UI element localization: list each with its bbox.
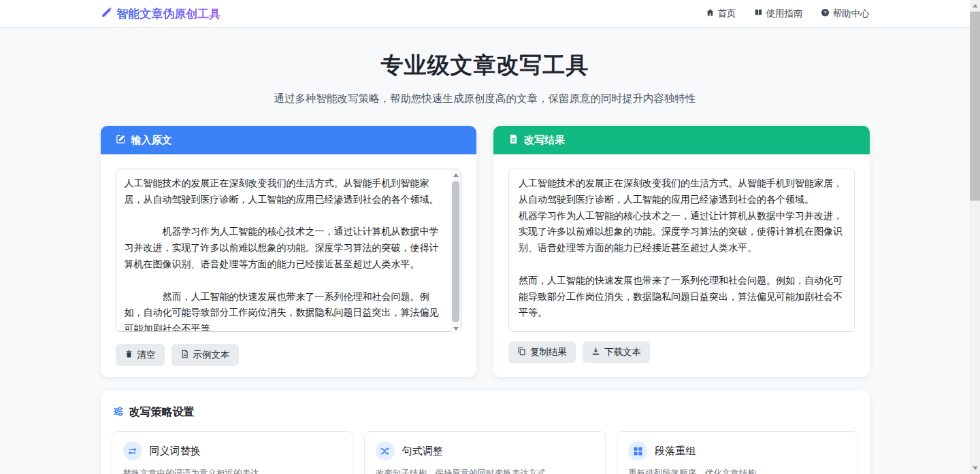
copy-icon	[517, 347, 526, 358]
strategy-card-paragraph: 段落重组 重新排列段落顺序，优化文章结构 方式: 随机	[617, 431, 858, 474]
grid-icon	[628, 441, 647, 460]
page-scrollbar-thumb[interactable]	[970, 12, 980, 201]
app-logo[interactable]: 智能文章伪原创工具	[101, 6, 221, 22]
page-scroll-down-arrow[interactable]	[970, 462, 980, 474]
strategy-description: 重新排列段落顺序，优化文章结构	[628, 468, 847, 474]
magic-wand-icon	[101, 7, 112, 21]
settings-title-row: 改写策略设置	[112, 405, 859, 420]
strategy-card-sentence: 句式调整 改变句子结构，保持原意的同时变换表达方式 强度:	[364, 431, 606, 474]
nav-item-home[interactable]: 首页	[706, 7, 736, 20]
download-text-button-label: 下载文本	[604, 346, 641, 358]
page-title: 专业级文章改写工具	[101, 50, 870, 81]
rewrite-result-text: 人工智能技术的发展正在深刻改变我们的生活方式。从智能手机到智能家居，从自动驾驶到…	[508, 169, 855, 332]
file-icon	[180, 350, 189, 360]
input-card-header: 输入原文	[101, 126, 477, 154]
textarea-scrollbar[interactable]	[451, 169, 461, 334]
sample-text-button-label: 示例文本	[193, 349, 230, 361]
home-icon	[706, 8, 715, 19]
download-icon	[591, 347, 600, 358]
sliders-icon	[113, 406, 124, 420]
strategy-description: 改变句子结构，保持原意的同时变换表达方式	[376, 468, 594, 474]
clear-button[interactable]: 清空	[116, 344, 165, 366]
exchange-icon	[123, 441, 142, 460]
scroll-down-arrow[interactable]	[451, 323, 461, 334]
sample-text-button[interactable]: 示例文本	[172, 344, 239, 366]
copy-result-button[interactable]: 复制结果	[508, 341, 576, 363]
input-card: 输入原文 人工智能技术的发展正在深刻改变我们的生活方式。从智能手机到智能家居，从…	[101, 126, 477, 377]
scroll-up-arrow[interactable]	[451, 169, 461, 180]
svg-text:?: ?	[823, 10, 827, 16]
source-textarea[interactable]: 人工智能技术的发展正在深刻改变我们的生活方式。从智能手机到智能家居，从自动驾驶到…	[116, 169, 462, 332]
page-subtitle: 通过多种智能改写策略，帮助您快速生成原创度高的文章，保留原意的同时提升内容独特性	[101, 92, 870, 106]
book-icon	[754, 8, 763, 19]
strategy-card-synonym: 同义词替换 替换文章中的词语为意义相近的表达 强度:	[112, 431, 353, 474]
clear-button-label: 清空	[137, 349, 156, 361]
shuffle-icon	[376, 441, 395, 460]
input-card-title: 输入原文	[131, 134, 172, 147]
scrollbar-thumb[interactable]	[452, 181, 459, 322]
strategy-name: 同义词替换	[150, 445, 201, 458]
rewrite-settings-panel: 改写策略设置 同义词替换 替换文章中的词语为意义相近的表达 强度:	[101, 390, 870, 474]
nav-item-label: 使用指南	[766, 7, 803, 20]
strategy-name: 句式调整	[402, 445, 443, 458]
edit-icon	[116, 134, 126, 146]
page-scroll-up-arrow[interactable]	[970, 0, 980, 12]
settings-title: 改写策略设置	[129, 405, 195, 420]
question-circle-icon: ?	[821, 8, 830, 19]
strategy-name: 段落重组	[655, 445, 696, 458]
nav-item-guide[interactable]: 使用指南	[754, 7, 803, 20]
page: 智能文章伪原创工具 首页 使用指南 ?	[0, 0, 970, 474]
download-text-button[interactable]: 下载文本	[583, 341, 650, 363]
top-navigation-bar: 智能文章伪原创工具 首页 使用指南 ?	[0, 0, 970, 28]
nav-item-help[interactable]: ? 帮助中心	[821, 7, 870, 20]
nav-item-label: 首页	[718, 7, 736, 20]
hero-section: 专业级文章改写工具 通过多种智能改写策略，帮助您快速生成原创度高的文章，保留原意…	[101, 50, 870, 106]
editor-cards-row: 输入原文 人工智能技术的发展正在深刻改变我们的生活方式。从智能手机到智能家居，从…	[101, 126, 870, 377]
page-scrollbar[interactable]	[970, 0, 980, 474]
document-icon	[508, 134, 519, 146]
main-nav: 首页 使用指南 ? 帮助中心	[706, 7, 870, 20]
nav-item-label: 帮助中心	[833, 7, 870, 20]
result-card-title: 改写结果	[524, 134, 565, 147]
copy-result-button-label: 复制结果	[530, 346, 567, 358]
result-card: 改写结果 人工智能技术的发展正在深刻改变我们的生活方式。从智能手机到智能家居，从…	[493, 126, 870, 377]
trash-icon	[125, 350, 133, 360]
strategies-row: 同义词替换 替换文章中的词语为意义相近的表达 强度:	[112, 431, 859, 474]
strategy-description: 替换文章中的词语为意义相近的表达	[123, 468, 342, 474]
result-card-header: 改写结果	[493, 126, 870, 154]
app-title: 智能文章伪原创工具	[117, 6, 221, 22]
